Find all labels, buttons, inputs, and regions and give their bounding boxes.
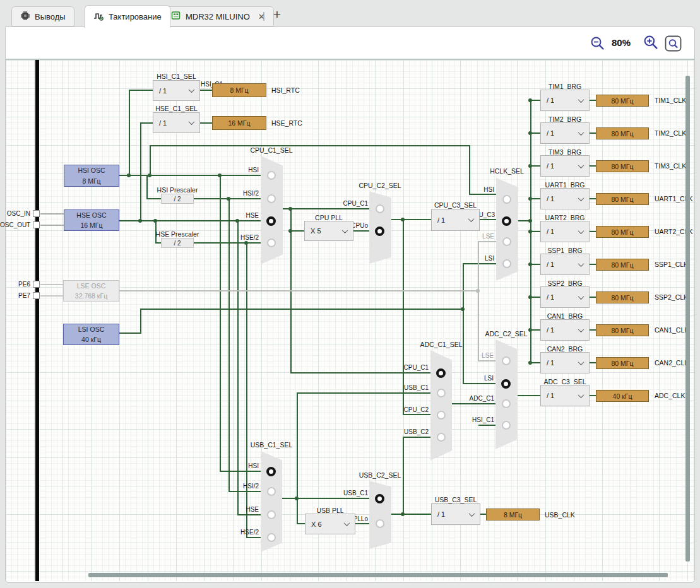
row-divider-dropdown[interactable]: / 1 [540,122,590,144]
wire-segment [530,362,540,363]
wire-segment [590,264,596,265]
wire-cpu-c2 [391,219,431,220]
wire-segment [530,198,540,199]
row-divider-dropdown[interactable]: / 1 [540,319,590,341]
wire-segment [155,242,161,244]
radio-cpu-c2[interactable] [437,411,446,420]
row-freq: 80 МГц [596,324,649,336]
vertical-scrollbar[interactable] [685,76,690,562]
row-freq: 80 МГц [596,291,649,303]
row-divider-dropdown[interactable]: / 1 [540,221,590,242]
radio-hsi2[interactable] [267,487,276,496]
wire-segment [590,329,596,331]
usb-c3-sel-dropdown[interactable]: / 1 [431,503,480,525]
hse-c1-sel-dropdown[interactable]: / 1 [153,112,200,133]
radio-adc-c1[interactable] [502,399,511,408]
radio-hse[interactable] [267,510,276,519]
radio-lsi[interactable] [502,259,511,268]
usb-pll-dropdown[interactable]: X 6 [305,514,355,534]
zoom-fit-button[interactable] [665,35,682,54]
radio-cpu-c1-selected[interactable] [436,368,446,378]
radio-lse[interactable] [502,356,511,365]
radio-cpu-c1[interactable] [376,204,384,213]
wire-segment [590,132,596,134]
cpu-c1-sel-title: CPU_C1_SEL [249,146,294,154]
pin-stub [40,284,64,285]
hse-oscillator[interactable]: HSE OSC16 МГц [64,209,119,231]
tab-project[interactable]: MDR32 MILUINO ✕ [162,6,274,26]
lse-oscillator[interactable]: LSE OSC32.768 кГц [63,280,119,302]
radio-hsi-selected[interactable] [266,467,276,476]
row-divider-dropdown[interactable]: / 1 [540,385,590,406]
mux-input-label: CPU_C2 [400,406,429,413]
row-divider-dropdown[interactable]: / 1 [540,352,590,373]
usb-c2-sel-title: USB_C2_SEL [358,471,402,479]
radio-hsi[interactable] [267,171,276,180]
row-freq: 80 МГц [596,357,649,369]
mux-input-label: LSI [473,255,494,262]
radio-usb-c2[interactable] [437,433,446,442]
chevron-down-icon [578,359,584,365]
radio-pllcpuo-selected[interactable] [375,226,384,236]
pin-pe6 [33,281,40,288]
wire-segment [463,263,464,384]
radio-usbpllo[interactable] [376,519,384,528]
chevron-down-icon [469,510,475,517]
row-freq: 80 МГц [596,193,649,205]
row-clk-label: SSP1_CLK [655,261,688,268]
hsi-oscillator[interactable]: HSI OSC8 МГц [64,165,119,187]
new-tab-button[interactable]: + [269,7,285,22]
zoom-out-button[interactable] [590,35,606,54]
hse-prescaler: / 2 [161,238,194,248]
cpu-c3-sel-title: CPU_C3_SEL [431,201,480,209]
wire-segment [129,90,153,91]
wire-segment [297,392,298,524]
mux-adc-c1-sel [430,350,452,461]
lsi-oscillator[interactable]: LSI OSC40 кГц [63,324,119,345]
wire-segment [228,198,230,492]
cpu-c3-sel-dropdown[interactable]: / 1 [431,209,480,231]
radio-cpu-c3-selected[interactable] [502,216,511,226]
radio-hse-selected[interactable] [266,216,276,226]
cpu-pll-dropdown[interactable]: X 5 [304,221,353,241]
radio-hse2[interactable] [267,238,276,247]
wire-segment [200,122,212,124]
radio-hse2[interactable] [267,533,276,542]
chevron-down-icon [578,326,584,332]
row-divider-dropdown[interactable]: / 1 [540,90,590,111]
mux-input-label: HSE [231,212,259,219]
pin-label-pe7: PE7 [0,292,30,299]
pin-stub [40,295,64,297]
radio-lse[interactable] [502,237,511,246]
tab-pins[interactable]: Выводы [11,6,74,26]
radio-usb-c1-selected[interactable] [375,494,384,503]
row-divider-dropdown[interactable]: / 1 [540,155,590,177]
wire-segment [469,194,496,195]
usb-clk-freq: 8 МГц [486,509,540,520]
row-divider-dropdown[interactable]: / 1 [540,286,590,308]
radio-hsi[interactable] [502,195,511,204]
app-window: Выводы Тактирование MDR32 MILUINO ✕ | + … [0,0,700,588]
wire-junction [288,207,292,211]
zoom-in-button[interactable] [643,34,660,54]
radio-usb-c1[interactable] [437,389,446,397]
radio-lsi-selected[interactable] [501,379,511,389]
radio-hsi-c1[interactable] [502,421,511,430]
hse-c1-sel-title: HSE_C1_SEL [153,105,200,112]
row-divider-dropdown[interactable]: / 1 [540,188,590,209]
hsi-rtc-freq: 8 МГц [212,83,266,97]
mux-input-label: HSE/2 [231,234,259,241]
wire-segment [590,198,596,199]
tab-clocking[interactable]: Тактирование [85,5,170,28]
hsi-c1-sel-dropdown[interactable]: / 1 [153,80,200,101]
mux-input-label: HSI_C1 [465,416,494,423]
mux-input-label: HSI/2 [231,190,259,197]
chevron-down-icon [578,261,584,267]
horizontal-scrollbar[interactable] [88,573,668,577]
row-divider-dropdown[interactable]: / 1 [540,254,590,275]
wire-junction [288,229,292,233]
radio-hsi2[interactable] [267,194,276,203]
row-clk-label: CAN1_CLK [655,326,689,334]
chevron-down-icon [578,129,584,136]
wire-usbpllo [355,523,369,524]
